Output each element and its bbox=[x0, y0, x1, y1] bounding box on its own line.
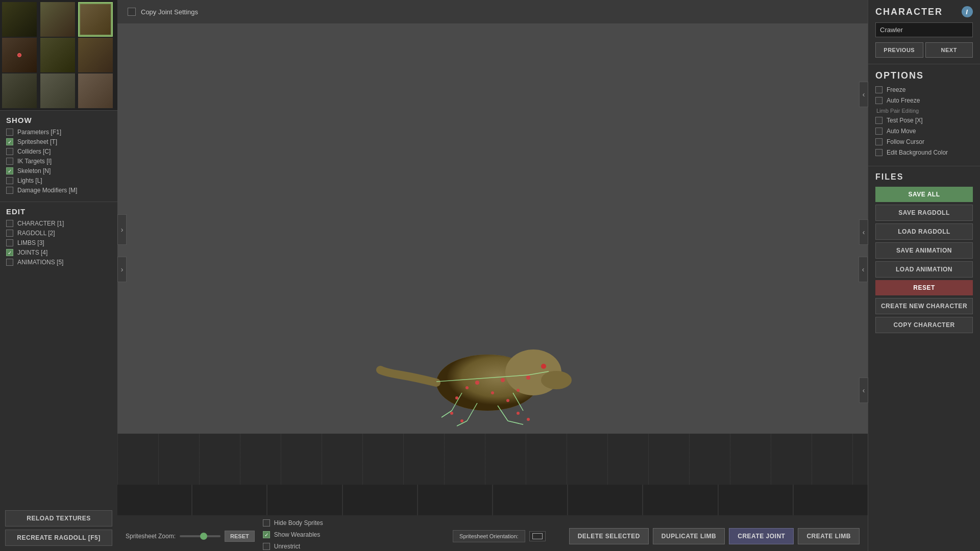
right-panel-toggle-bot[interactable]: ‹ bbox=[859, 378, 868, 403]
follow-cursor-checkbox[interactable] bbox=[875, 138, 883, 145]
canvas-viewport[interactable]: › ‹ bbox=[117, 23, 868, 515]
show-skeleton-row[interactable]: Skeleton [N] bbox=[6, 167, 111, 174]
edit-ragdoll-label: RAGDOLL [2] bbox=[17, 230, 55, 237]
hide-body-sprites-checkbox[interactable] bbox=[263, 519, 270, 527]
edit-limbs-row[interactable]: LIMBS [3] bbox=[6, 239, 111, 246]
svg-point-4 bbox=[541, 364, 546, 369]
edit-ragdoll-row[interactable]: RAGDOLL [2] bbox=[6, 230, 111, 237]
show-damage-modifiers-row[interactable]: Damage Modifiers [M] bbox=[6, 187, 111, 194]
copy-joint-settings-checkbox[interactable] bbox=[128, 8, 136, 16]
test-pose-checkbox[interactable] bbox=[875, 117, 883, 124]
edit-joints-row[interactable]: JOINTS [4] bbox=[6, 249, 111, 256]
reload-textures-button[interactable]: RELOAD TEXTURES bbox=[5, 510, 112, 527]
edit-character-checkbox[interactable] bbox=[6, 220, 13, 227]
create-limb-button[interactable]: CREATE LIMB bbox=[798, 528, 860, 544]
auto-freeze-label: Auto Freeze bbox=[887, 97, 920, 104]
copy-character-button[interactable]: COPY CHARACTER bbox=[875, 317, 973, 333]
edit-animations-checkbox[interactable] bbox=[6, 259, 13, 266]
show-spritesheet-row[interactable]: Spritesheet [T] bbox=[6, 138, 111, 145]
sprite-cell[interactable] bbox=[40, 73, 75, 108]
unrestrict-label: Unrestrict bbox=[274, 543, 300, 550]
sprite-cell[interactable] bbox=[78, 73, 113, 108]
edit-bg-color-row[interactable]: Edit Background Color bbox=[875, 149, 973, 156]
auto-freeze-row[interactable]: Auto Freeze bbox=[875, 97, 973, 104]
auto-freeze-checkbox[interactable] bbox=[875, 97, 883, 104]
viewport-right-toggle[interactable]: ‹ bbox=[859, 257, 868, 282]
show-colliders-checkbox[interactable] bbox=[6, 148, 13, 155]
sprite-cell[interactable] bbox=[40, 2, 75, 37]
show-wearables-label: Show Wearables bbox=[274, 531, 321, 538]
previous-button[interactable]: PREVIOUS bbox=[875, 42, 923, 58]
info-icon[interactable]: i bbox=[962, 6, 973, 17]
auto-move-checkbox[interactable] bbox=[875, 128, 883, 135]
sprite-cell[interactable] bbox=[78, 38, 113, 72]
left-panel-toggle[interactable]: › bbox=[117, 214, 127, 245]
edit-bg-color-checkbox[interactable] bbox=[875, 149, 883, 156]
freeze-row[interactable]: Freeze bbox=[875, 86, 973, 93]
orientation-handle[interactable] bbox=[529, 531, 546, 541]
show-wearables-row[interactable]: Show Wearables bbox=[263, 531, 323, 538]
show-damage-modifiers-checkbox[interactable] bbox=[6, 187, 13, 194]
hide-body-sprites-row[interactable]: Hide Body Sprites bbox=[263, 519, 323, 527]
svg-point-14 bbox=[526, 375, 530, 380]
reset-button[interactable]: RESET bbox=[875, 280, 973, 295]
freeze-checkbox[interactable] bbox=[875, 86, 883, 93]
edit-animations-row[interactable]: ANIMATIONS [5] bbox=[6, 259, 111, 266]
sprite-cell[interactable] bbox=[2, 2, 37, 37]
zoom-handle[interactable] bbox=[200, 533, 207, 540]
viewport-left-toggle[interactable]: › bbox=[117, 257, 127, 282]
show-parameters-checkbox[interactable] bbox=[6, 129, 13, 136]
right-panel-toggle-mid[interactable]: ‹ bbox=[859, 219, 868, 245]
show-skeleton-checkbox[interactable] bbox=[6, 167, 13, 174]
show-colliders-row[interactable]: Colliders [C] bbox=[6, 148, 111, 155]
show-wearables-checkbox[interactable] bbox=[263, 531, 270, 538]
svg-point-20 bbox=[460, 419, 463, 422]
show-ik-targets-checkbox[interactable] bbox=[6, 158, 13, 165]
character-section-title: CHARACTER i bbox=[875, 6, 973, 17]
edit-joints-checkbox[interactable] bbox=[6, 249, 13, 256]
auto-move-label: Auto Move bbox=[887, 128, 916, 135]
zoom-reset-button[interactable]: RESET bbox=[225, 531, 255, 542]
sprite-cell[interactable] bbox=[2, 73, 37, 108]
right-panel-toggle-top[interactable]: ‹ bbox=[859, 82, 868, 107]
hide-body-sprites-label: Hide Body Sprites bbox=[274, 519, 323, 527]
next-button[interactable]: NEXT bbox=[925, 42, 973, 58]
test-pose-row[interactable]: Test Pose [X] bbox=[875, 117, 973, 124]
sprite-cell[interactable] bbox=[78, 2, 113, 37]
load-ragdoll-button[interactable]: LOAD RAGDOLL bbox=[875, 223, 973, 240]
follow-cursor-row[interactable]: Follow Cursor bbox=[875, 138, 973, 145]
show-lights-checkbox[interactable] bbox=[6, 177, 13, 184]
save-ragdoll-button[interactable]: SAVE RAGDOLL bbox=[875, 205, 973, 221]
auto-move-row[interactable]: Auto Move bbox=[875, 128, 973, 135]
edit-bg-color-label: Edit Background Color bbox=[887, 149, 948, 156]
edit-character-label: CHARACTER [1] bbox=[17, 220, 64, 227]
sprite-cell[interactable] bbox=[2, 38, 37, 72]
test-pose-label: Test Pose [X] bbox=[887, 117, 923, 124]
edit-character-row[interactable]: CHARACTER [1] bbox=[6, 220, 111, 227]
create-joint-button[interactable]: CREATE JOINT bbox=[729, 528, 794, 544]
unrestrict-checkbox[interactable] bbox=[263, 543, 270, 550]
zoom-slider[interactable] bbox=[180, 535, 220, 537]
show-damage-modifiers-label: Damage Modifiers [M] bbox=[17, 187, 77, 194]
copy-joint-settings-label: Copy Joint Settings bbox=[141, 8, 198, 16]
show-ik-targets-row[interactable]: IK Targets [I] bbox=[6, 158, 111, 165]
edit-ragdoll-checkbox[interactable] bbox=[6, 230, 13, 237]
sprite-cell[interactable] bbox=[40, 38, 75, 72]
show-skeleton-label: Skeleton [N] bbox=[17, 167, 51, 174]
save-animation-button[interactable]: SAVE ANIMATION bbox=[875, 242, 973, 259]
creature-container bbox=[385, 337, 564, 439]
show-spritesheet-checkbox[interactable] bbox=[6, 138, 13, 145]
show-parameters-row[interactable]: Parameters [F1] bbox=[6, 129, 111, 136]
duplicate-limb-button[interactable]: DUPLICATE LIMB bbox=[653, 528, 725, 544]
delete-selected-button[interactable]: DELETE SELECTED bbox=[569, 528, 649, 544]
recreate-ragdoll-button[interactable]: RECREATE RAGDOLL [F5] bbox=[5, 530, 112, 546]
canvas-top-bar: Copy Joint Settings bbox=[117, 0, 868, 23]
create-new-character-button[interactable]: CREATE NEW CHARACTER bbox=[875, 298, 973, 314]
character-dropdown[interactable]: Crawler Human Zombie Spider bbox=[875, 22, 973, 37]
unrestrict-row[interactable]: Unrestrict bbox=[263, 543, 323, 550]
show-lights-row[interactable]: Lights [L] bbox=[6, 177, 111, 184]
save-all-button[interactable]: SAVE ALL bbox=[875, 187, 973, 202]
edit-limbs-checkbox[interactable] bbox=[6, 239, 13, 246]
bottom-buttons: RELOAD TEXTURES RECREATE RAGDOLL [F5] bbox=[0, 505, 117, 551]
load-animation-button[interactable]: LOAD ANIMATION bbox=[875, 261, 973, 278]
